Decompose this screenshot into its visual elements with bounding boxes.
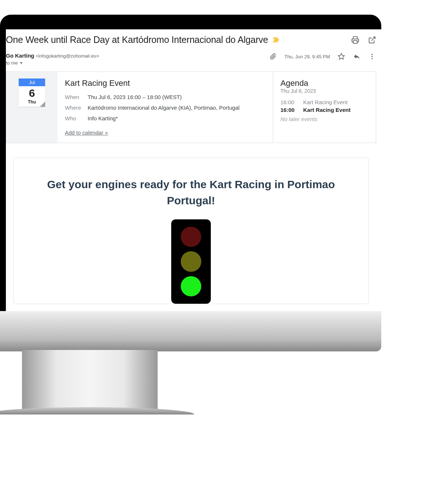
event-when-value: Thu Jul 6, 2023 16:00 – 18:00 (WEST): [88, 93, 265, 101]
svg-point-3: [371, 54, 372, 55]
svg-line-1: [371, 37, 375, 40]
email-header: One Week until Race Day at Kartódromo In…: [6, 34, 376, 52]
event-who-row: Who Info Karting*: [65, 114, 265, 122]
calendar-event-card: Jul 6 Thu Kart Racing Event When Thu Jul…: [6, 72, 376, 143]
event-where-row: Where Kartódromo Internacional do Algarv…: [65, 104, 265, 112]
sender-row: Go Karting <infogokarting@zohomail.eu> t…: [6, 52, 376, 70]
event-when-label: When: [65, 93, 88, 101]
chevron-down-icon: [19, 61, 23, 65]
more-icon[interactable]: [368, 52, 376, 61]
print-icon[interactable]: [351, 36, 359, 44]
agenda-item-time: 16:00: [280, 99, 297, 105]
monitor-frame: One Week until Race Day at Kartódromo In…: [0, 15, 381, 312]
calendar-fold-icon: [40, 102, 45, 107]
monitor-chin: [0, 311, 381, 351]
calendar-badge-column: Jul 6 Thu: [6, 72, 58, 143]
email-timestamp: Thu, Jun 29, 9:45 PM: [284, 54, 330, 59]
agenda-item-time: 16:00: [280, 107, 297, 113]
monitor-foot: [0, 407, 194, 414]
sender-name: Go Karting: [6, 52, 34, 59]
agenda-item-text: Kart Racing Event: [303, 107, 350, 113]
event-where-value: Kartódromo Internacional do Algarve (KIA…: [88, 104, 265, 112]
header-actions: [351, 36, 376, 44]
calendar-month: Jul: [19, 78, 45, 86]
attachment-icon[interactable]: [269, 52, 277, 61]
red-light-icon: [181, 227, 201, 247]
agenda-item[interactable]: 16:00 Kart Racing Event: [280, 107, 368, 113]
svg-point-4: [371, 56, 372, 57]
event-details: Kart Racing Event When Thu Jul 6, 2023 1…: [58, 72, 273, 143]
email-screen: One Week until Race Day at Kartódromo In…: [6, 29, 381, 312]
agenda-column: Agenda Thu Jul 6, 2023 16:00 Kart Racing…: [273, 72, 376, 143]
subject-row: One Week until Race Day at Kartódromo In…: [6, 34, 279, 45]
svg-marker-2: [338, 54, 345, 59]
recipient-text: to me: [6, 60, 18, 66]
important-label-icon[interactable]: [272, 37, 279, 43]
agenda-item-text: Kart Racing Event: [303, 99, 348, 105]
agenda-no-later: No later events: [280, 116, 368, 122]
agenda-title: Agenda: [280, 78, 368, 88]
event-where-label: Where: [65, 104, 88, 112]
yellow-light-icon: [181, 251, 201, 271]
green-light-icon: [181, 276, 201, 296]
svg-rect-0: [353, 40, 357, 43]
agenda-date: Thu Jul 6, 2023: [280, 88, 368, 94]
meta-actions: Thu, Jun 29, 9:45 PM: [269, 52, 376, 61]
event-who-value: Info Karting*: [88, 114, 265, 122]
recipient-dropdown[interactable]: to me: [6, 60, 99, 66]
reply-icon[interactable]: [353, 52, 361, 61]
event-title: Kart Racing Event: [65, 78, 265, 88]
event-who-label: Who: [65, 114, 88, 122]
email-body-heading: Get your engines ready for the Kart Raci…: [28, 176, 354, 208]
calendar-day: 6: [19, 86, 45, 99]
add-to-calendar-link[interactable]: Add to calendar »: [65, 129, 108, 136]
event-when-row: When Thu Jul 6, 2023 16:00 – 18:00 (WEST…: [65, 93, 265, 101]
star-icon[interactable]: [337, 52, 345, 61]
traffic-light-graphic: [171, 219, 211, 304]
agenda-item[interactable]: 16:00 Kart Racing Event: [280, 99, 368, 105]
sender-email: <infogokarting@zohomail.eu>: [36, 53, 99, 59]
open-new-window-icon[interactable]: [368, 36, 376, 44]
monitor-stand: [22, 350, 158, 412]
sender-info: Go Karting <infogokarting@zohomail.eu> t…: [6, 52, 99, 66]
email-subject: One Week until Race Day at Kartódromo In…: [6, 34, 268, 45]
calendar-date-badge: Jul 6 Thu: [19, 78, 45, 107]
svg-point-5: [371, 58, 372, 59]
email-body-card: Get your engines ready for the Kart Raci…: [13, 158, 369, 304]
